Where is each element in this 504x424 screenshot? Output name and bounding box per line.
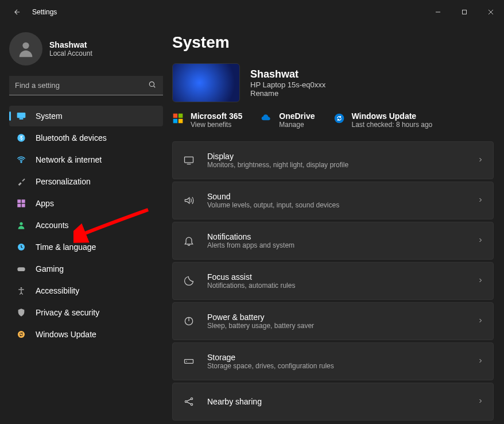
back-button[interactable] (10, 5, 24, 19)
sidebar: Shashwat Local Account SystemBluetooth &… (0, 24, 172, 424)
rename-link[interactable]: Rename (250, 89, 325, 98)
storage-icon (182, 356, 196, 367)
display-icon (182, 155, 196, 166)
setting-card-sound[interactable]: SoundVolume levels, output, input, sound… (172, 182, 494, 219)
svg-rect-17 (173, 114, 178, 118)
setting-card-power-battery[interactable]: Power & batterySleep, battery usage, bat… (172, 302, 494, 340)
svg-point-7 (21, 161, 22, 163)
sidebar-item-label: Gaming (36, 264, 64, 273)
svg-point-12 (20, 222, 22, 225)
device-row: Shashwat HP Laptop 15s-eq0xxx Rename (172, 63, 494, 102)
svg-point-29 (191, 398, 192, 399)
device-image (172, 63, 240, 102)
system-icon (16, 111, 26, 121)
sidebar-item-bluetooth-devices[interactable]: Bluetooth & devices (9, 128, 163, 148)
network-internet-icon (16, 155, 26, 165)
sidebar-item-label: Personalization (36, 177, 91, 186)
sidebar-item-personalization[interactable]: Personalization (9, 171, 163, 192)
setting-card-notifications[interactable]: NotificationsAlerts from apps and system (172, 222, 494, 260)
card-title: Nearby sharing (207, 397, 466, 406)
sidebar-item-system[interactable]: System (9, 106, 163, 126)
sidebar-item-time-language[interactable]: Time & language (9, 237, 163, 257)
page-title: System (172, 33, 494, 52)
sidebar-item-accessibility[interactable]: Accessibility (9, 280, 163, 301)
sidebar-item-label: Accounts (36, 221, 69, 230)
winupd-title: Windows Update (352, 111, 433, 121)
gaming-icon (16, 264, 26, 274)
sidebar-item-label: Network & internet (36, 155, 102, 164)
focus-assist-icon (182, 275, 196, 287)
maximize-button[interactable] (451, 3, 478, 21)
card-title: Power & battery (207, 313, 466, 322)
setting-card-nearby-sharing[interactable]: Nearby sharing (172, 383, 494, 421)
sidebar-item-network-internet[interactable]: Network & internet (9, 149, 163, 170)
card-sub: Notifications, automatic rules (207, 282, 466, 290)
window-title: Settings (32, 8, 57, 16)
sidebar-item-privacy-security[interactable]: Privacy & security (9, 302, 163, 323)
main: System Shashwat HP Laptop 15s-eq0xxx Ren… (172, 24, 504, 424)
minimize-button[interactable] (425, 3, 451, 21)
search-input[interactable] (9, 76, 163, 95)
svg-point-16 (18, 331, 25, 338)
chevron-right-icon (477, 195, 484, 206)
svg-rect-5 (20, 118, 22, 119)
winupd-sub: Last checked: 8 hours ago (352, 121, 433, 129)
titlebar: Settings (0, 0, 504, 24)
sidebar-item-label: System (36, 111, 63, 121)
chevron-right-icon (477, 236, 484, 246)
onedrive-sub: Manage (279, 121, 315, 129)
close-button[interactable] (478, 3, 504, 21)
service-onedrive[interactable]: OneDriveManage (261, 111, 315, 129)
svg-point-15 (21, 287, 22, 289)
svg-rect-11 (22, 204, 25, 207)
chevron-right-icon (477, 276, 484, 286)
service-winupdate[interactable]: Windows UpdateLast checked: 8 hours ago (334, 111, 433, 129)
personalization-icon (16, 176, 26, 187)
accessibility-icon (16, 286, 26, 296)
sidebar-item-accounts[interactable]: Accounts (9, 215, 163, 236)
bluetooth-devices-icon (16, 133, 26, 143)
card-title: Focus assist (207, 272, 466, 282)
accounts-icon (16, 220, 26, 230)
card-sub: Volume levels, output, input, sound devi… (207, 201, 466, 209)
window-controls (425, 3, 504, 21)
svg-rect-19 (173, 119, 178, 124)
svg-rect-26 (185, 360, 193, 364)
sidebar-item-windows-update[interactable]: Windows Update (9, 324, 163, 345)
notifications-icon (182, 235, 196, 246)
sidebar-item-apps[interactable]: Apps (9, 193, 163, 214)
search-icon (148, 80, 156, 91)
user-block[interactable]: Shashwat Local Account (9, 32, 163, 65)
chevron-right-icon (477, 356, 484, 367)
onedrive-title: OneDrive (279, 111, 315, 121)
sidebar-item-label: Bluetooth & devices (36, 133, 107, 142)
svg-rect-14 (17, 267, 25, 271)
ms365-title: Microsoft 365 (191, 111, 242, 121)
chevron-right-icon (477, 316, 484, 326)
svg-point-27 (186, 361, 187, 362)
svg-rect-18 (179, 114, 183, 118)
avatar (9, 32, 42, 65)
services-row: Microsoft 365View benefits OneDriveManag… (172, 111, 494, 129)
sidebar-item-gaming[interactable]: Gaming (9, 259, 163, 279)
time-language-icon (16, 242, 26, 252)
chevron-right-icon (477, 396, 484, 407)
ms365-icon (172, 113, 184, 124)
card-title: Storage (207, 353, 466, 362)
nearby-sharing-icon (182, 396, 196, 407)
sidebar-item-label: Windows Update (36, 330, 96, 339)
setting-card-storage[interactable]: StorageStorage space, drives, configurat… (172, 342, 494, 380)
device-name: Shashwat (250, 68, 325, 80)
svg-rect-9 (22, 200, 25, 203)
device-model: HP Laptop 15s-eq0xxx (250, 80, 325, 89)
svg-rect-22 (185, 157, 193, 163)
apps-icon (16, 198, 26, 209)
svg-rect-10 (18, 204, 21, 207)
card-sub: Sleep, battery usage, battery saver (207, 322, 466, 330)
service-ms365[interactable]: Microsoft 365View benefits (172, 111, 242, 129)
privacy-security-icon (16, 307, 26, 318)
setting-card-focus-assist[interactable]: Focus assistNotifications, automatic rul… (172, 262, 494, 300)
setting-card-display[interactable]: DisplayMonitors, brightness, night light… (172, 141, 494, 179)
sidebar-item-label: Apps (36, 199, 54, 208)
svg-point-3 (149, 82, 154, 86)
